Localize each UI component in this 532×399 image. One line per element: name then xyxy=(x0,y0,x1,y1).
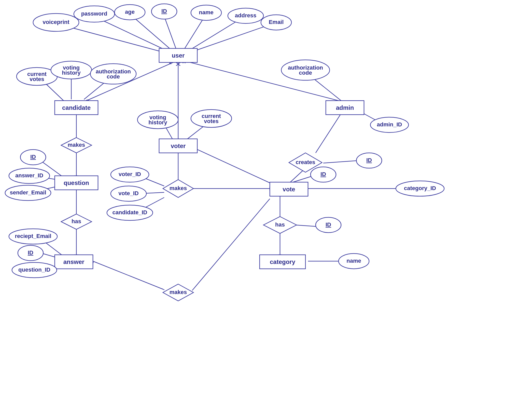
svg-text:has: has xyxy=(72,218,81,224)
attr-q-senderemail: sender_Email xyxy=(5,185,51,201)
svg-text:admin: admin xyxy=(336,104,354,111)
attr-email: Email xyxy=(261,15,291,30)
svg-text:votes: votes xyxy=(204,118,218,124)
entity-candidate: candidate xyxy=(55,101,98,115)
svg-text:answer: answer xyxy=(63,258,85,265)
attr-user-id: ID xyxy=(151,4,177,19)
svg-text:category_ID: category_ID xyxy=(404,185,436,191)
attr-name: name xyxy=(191,5,221,20)
er-diagram: user candidate voter admin vote question… xyxy=(0,0,532,399)
svg-text:reciept_Email: reciept_Email xyxy=(15,233,51,239)
svg-text:admin_ID: admin_ID xyxy=(377,121,402,128)
entity-question: question xyxy=(55,176,98,190)
svg-text:voiceprint: voiceprint xyxy=(43,19,69,25)
attr-voter-votinghistory: voting history xyxy=(137,111,178,129)
svg-text:makes: makes xyxy=(170,185,187,191)
svg-text:password: password xyxy=(81,10,107,17)
attr-q-answerid: answer_ID xyxy=(9,168,50,183)
attr-admin-authcode: authorization code xyxy=(281,60,330,80)
rel-makes1: makes xyxy=(61,138,92,153)
svg-text:vote: vote xyxy=(283,186,295,193)
attr-voter-currentvotes: current votes xyxy=(191,110,232,127)
svg-text:history: history xyxy=(62,70,81,76)
attr-q-id: ID xyxy=(20,150,46,165)
svg-text:has: has xyxy=(275,221,285,228)
svg-text:candidate_ID: candidate_ID xyxy=(113,209,147,216)
svg-text:history: history xyxy=(148,119,167,126)
attr-has-id: ID xyxy=(316,217,341,233)
svg-text:candidate: candidate xyxy=(62,104,91,111)
attr-cand-votinghistory: voting history xyxy=(51,61,92,79)
svg-text:ID: ID xyxy=(161,8,167,14)
svg-text:code: code xyxy=(107,73,120,80)
svg-text:voter_ID: voter_ID xyxy=(119,171,141,177)
entity-admin: admin xyxy=(326,101,364,115)
attr-age: age xyxy=(115,5,145,20)
svg-text:ID: ID xyxy=(326,221,331,228)
svg-text:sender_Email: sender_Email xyxy=(10,189,46,196)
svg-text:question: question xyxy=(64,179,89,186)
rel-makes2: makes xyxy=(163,180,193,197)
svg-text:ID: ID xyxy=(366,157,372,163)
svg-text:voter: voter xyxy=(171,142,186,149)
entity-voter: voter xyxy=(159,139,197,153)
attr-makes2-voterid: voter_ID xyxy=(111,167,149,182)
attr-voiceprint: voiceprint xyxy=(33,14,79,31)
entity-user: user xyxy=(159,48,197,62)
entity-category: category xyxy=(260,255,305,269)
attr-vote-categoryid: category_ID xyxy=(396,181,444,196)
line-admin-creates xyxy=(316,110,344,153)
attr-makes2-voteid: vote_ID xyxy=(111,186,146,201)
attr-admin-id: admin_ID xyxy=(370,117,409,132)
attr-creates-id: ID xyxy=(356,153,382,168)
line-voter-vote xyxy=(191,147,271,183)
svg-text:ID: ID xyxy=(320,171,326,177)
attr-makes2-candidateid: candidate_ID xyxy=(107,205,153,220)
svg-text:ID: ID xyxy=(28,249,33,256)
svg-text:Email: Email xyxy=(269,19,284,25)
rel-has-vote-cat: has xyxy=(263,217,297,233)
rel-makes3: makes xyxy=(163,284,193,301)
attr-vote-id: ID xyxy=(311,167,336,182)
attr-cand-authcode: authorization code xyxy=(90,64,136,84)
svg-text:question_ID: question_ID xyxy=(18,267,50,273)
line-user-voiceprint xyxy=(59,24,173,55)
attr-ans-qid: question_ID xyxy=(12,262,57,278)
svg-text:ID: ID xyxy=(30,154,36,160)
svg-text:code: code xyxy=(299,70,312,76)
attr-password: password xyxy=(74,6,115,22)
svg-text:name: name xyxy=(199,9,213,16)
svg-line-16 xyxy=(162,289,164,290)
svg-text:makes: makes xyxy=(170,289,187,295)
attr-cat-name: name xyxy=(339,254,369,269)
svg-text:name: name xyxy=(346,258,361,264)
svg-text:address: address xyxy=(235,12,256,19)
line-creates-id xyxy=(323,161,359,163)
svg-text:makes: makes xyxy=(68,142,85,148)
svg-text:user: user xyxy=(172,52,185,59)
svg-text:age: age xyxy=(125,9,135,15)
line-answer-makes3 xyxy=(93,261,163,289)
entity-answer: answer xyxy=(55,255,93,269)
svg-text:category: category xyxy=(270,258,296,265)
svg-text:votes: votes xyxy=(30,76,44,82)
attr-ans-id: ID xyxy=(18,245,43,261)
svg-text:answer_ID: answer_ID xyxy=(15,172,43,179)
svg-text:vote_ID: vote_ID xyxy=(118,190,138,196)
attr-ans-receiptemail: reciept_Email xyxy=(9,229,57,244)
line-makes3-vote xyxy=(192,199,270,290)
entity-vote: vote xyxy=(270,182,308,196)
rel-has-q-ans: has xyxy=(61,214,92,229)
svg-text:creates: creates xyxy=(296,159,315,165)
attr-address: address xyxy=(228,8,263,23)
